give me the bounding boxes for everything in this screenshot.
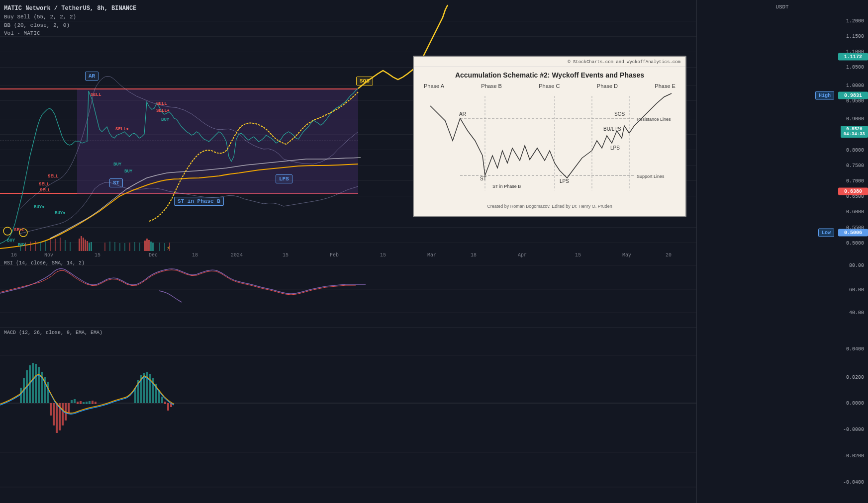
svg-text:LPS: LPS	[560, 178, 569, 184]
svg-rect-81	[164, 402, 166, 404]
time-label-2024: 2024	[231, 252, 243, 258]
macd-chart: MACD (12, 26, close, 9, EMA, EMA)	[0, 328, 696, 503]
phase-d: Phase D	[597, 83, 618, 89]
price-0900: 0.9000	[846, 116, 864, 122]
svg-text:ST in Phase B: ST in Phase B	[492, 184, 521, 189]
rsi-chart: RSI (14, close, SMA, 14, 2)	[0, 258, 696, 328]
buy-annotation-6: BUY	[7, 238, 15, 243]
buy-annotation-1: BUY	[161, 117, 169, 122]
wyckoff-footer: Created by Roman Bogomazov. Edited by Dr…	[414, 203, 685, 210]
svg-text:SOS: SOS	[614, 111, 625, 117]
svg-rect-24	[104, 243, 105, 251]
rsi-60: 60.00	[849, 287, 864, 293]
macd-0040: 0.0400	[846, 346, 864, 352]
price-0750: 0.7500	[846, 163, 864, 168]
high-label: High	[815, 91, 834, 100]
svg-text:BU/LPS: BU/LPS	[603, 126, 621, 132]
time-label-feb: Feb	[330, 252, 339, 258]
svg-rect-29	[129, 243, 130, 251]
buy-annotation-2: BUY	[113, 162, 121, 167]
macd-svg	[0, 328, 696, 503]
svg-rect-26	[114, 242, 115, 251]
price-1050: 1.0500	[846, 65, 864, 70]
svg-rect-6	[89, 243, 90, 251]
svg-rect-12	[152, 243, 154, 251]
svg-rect-49	[32, 363, 34, 403]
svg-rect-59	[62, 403, 64, 425]
buy-annotation-4: BUY●	[34, 205, 45, 210]
buy-annotation-3: BUY	[124, 169, 132, 174]
macd-neg0040: -0.0200	[843, 453, 864, 458]
svg-rect-10	[148, 240, 150, 251]
svg-point-35	[3, 227, 11, 235]
svg-rect-62	[71, 400, 73, 403]
svg-rect-25	[109, 242, 110, 251]
svg-rect-22	[65, 240, 66, 251]
macd-0020: 0.0200	[846, 374, 864, 380]
sell-annotation-8: SELL	[14, 228, 25, 233]
price-0600: 0.6000	[846, 209, 864, 215]
wyckoff-overlay: © StockCharts.com and WyckoffAnalytics.c…	[413, 56, 686, 217]
wyckoff-phases: Phase A Phase B Phase C Phase D Phase E	[414, 81, 685, 91]
sell-annotation-1: SELL	[91, 92, 101, 97]
current-price-badge: 1.1172	[838, 53, 868, 61]
time-label-16: 16	[11, 252, 17, 258]
svg-rect-82	[167, 403, 169, 411]
svg-rect-27	[119, 243, 120, 251]
svg-rect-32	[159, 243, 160, 251]
svg-rect-69	[92, 401, 94, 404]
svg-rect-76	[149, 374, 151, 403]
st-phase-b-label: ST in Phase B	[174, 197, 224, 206]
svg-rect-4	[85, 240, 86, 251]
lps-label: LPS	[276, 174, 292, 183]
wyckoff-source: © StockCharts.com and WyckoffAnalytics.c…	[414, 57, 685, 67]
sell-annotation-2: SELL	[156, 101, 167, 106]
ar-label: AR	[85, 72, 98, 81]
svg-rect-17	[40, 242, 41, 251]
currency-label: USDT	[696, 2, 868, 12]
svg-rect-55	[50, 403, 52, 416]
wyckoff-diagram-svg: AR ST ST in Phase B LPS BU/LPS LPS SOS R…	[414, 91, 685, 200]
svg-rect-50	[35, 364, 37, 403]
svg-rect-18	[45, 241, 46, 251]
low-price-value: 0.5006	[838, 229, 868, 237]
sell-annotation-6: SELL	[39, 182, 50, 187]
svg-rect-57	[56, 403, 58, 433]
svg-rect-1	[79, 239, 80, 251]
svg-rect-31	[139, 243, 140, 251]
rsi-80: 80.00	[849, 263, 864, 268]
high-price-badge: 0.9831	[838, 92, 868, 99]
sell-annotation-3: SELL●	[156, 108, 170, 113]
rsi-axis: 80.00 60.00 40.00	[696, 258, 868, 328]
time-label-mar: Mar	[427, 252, 436, 258]
indicator-vol: Vol · MATIC	[4, 29, 136, 38]
svg-rect-8	[144, 241, 146, 251]
phase-b: Phase B	[481, 83, 502, 89]
svg-rect-11	[150, 242, 152, 251]
svg-rect-15	[30, 242, 31, 251]
svg-rect-63	[74, 399, 76, 403]
svg-rect-23	[70, 242, 71, 251]
svg-text:Support Lines: Support Lines	[637, 174, 665, 179]
chart-title: MATIC Network / TetherUS, 8h, BINANCE	[4, 4, 136, 13]
svg-rect-67	[86, 402, 88, 404]
sell-annotation-5: SELL	[48, 174, 59, 179]
svg-rect-65	[80, 401, 82, 404]
mid-price-badge: 0.8520 04:34:33	[841, 126, 868, 138]
time-label-18b: 18	[471, 252, 477, 258]
buy-annotation-7: BUY	[18, 243, 26, 248]
svg-rect-19	[50, 240, 51, 251]
phase-a: Phase A	[424, 83, 444, 89]
svg-text:ST: ST	[480, 176, 486, 181]
svg-rect-68	[89, 401, 91, 404]
price-axis: USDT 1.2000 1.1500 1.1000 1.0500 1.0000 …	[696, 0, 868, 258]
sos-label: SOS	[356, 77, 373, 85]
macd-neg0060: -0.0400	[843, 479, 864, 485]
svg-rect-9	[146, 239, 148, 251]
sell-annotation-4: SELL●	[115, 127, 129, 132]
price-1200: 1.2000	[846, 18, 864, 23]
svg-text:⚡: ⚡	[167, 245, 170, 252]
phase-e: Phase E	[655, 83, 675, 89]
svg-rect-54	[47, 382, 49, 403]
wyckoff-title: Accumulation Schematic #2: Wyckoff Event…	[414, 67, 685, 81]
